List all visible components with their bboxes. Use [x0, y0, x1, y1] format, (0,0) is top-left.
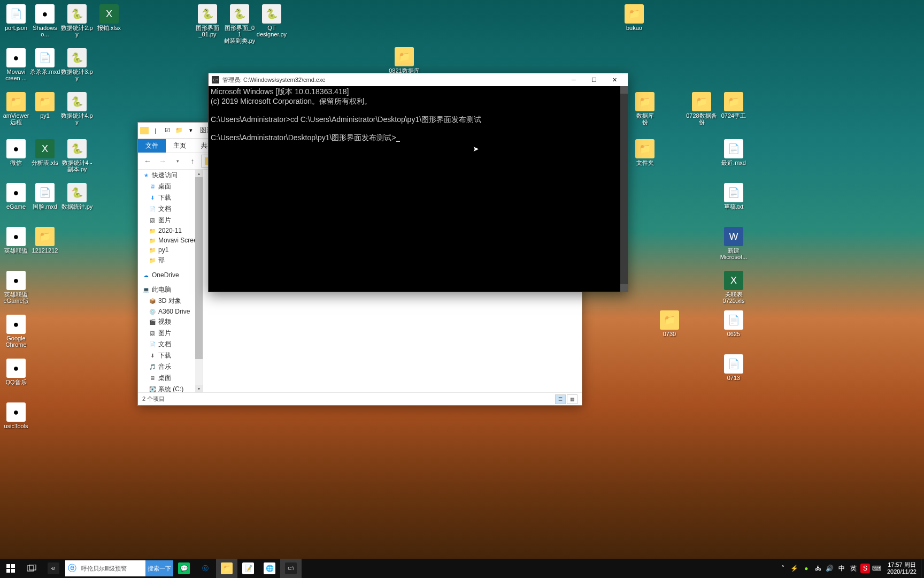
tray-ime-en[interactable]: 英 — [848, 559, 859, 578]
scroll-up-arrow[interactable]: ▴ — [195, 170, 203, 177]
taskbar-app-chrome[interactable]: 🌐 — [259, 559, 280, 578]
sidebar-item[interactable]: 💻此电脑 — [138, 284, 203, 295]
qat-dropdown[interactable]: ▾ — [186, 126, 196, 135]
desktop-icon[interactable]: 📁bukao — [618, 4, 650, 31]
desktop-icon[interactable]: 📄port.json — [0, 4, 32, 31]
scroll-down-arrow[interactable] — [620, 284, 628, 292]
sidebar-item[interactable]: 🎬视频 — [138, 316, 203, 328]
start-button[interactable] — [0, 559, 21, 578]
desktop-icon[interactable]: 📄国脸.mxd — [29, 183, 61, 210]
desktop-icon[interactable]: ●QQ音乐 — [0, 359, 32, 385]
tray-chevron[interactable]: ˄ — [777, 559, 789, 578]
sidebar-item[interactable]: ⬇下载📌 — [138, 192, 203, 203]
desktop-icon[interactable]: W新建Microsof... — [718, 227, 750, 260]
sidebar-item[interactable]: 📄文档 — [138, 339, 203, 350]
taskbar-app-steam[interactable]: ꩜ — [43, 559, 64, 578]
sidebar-item[interactable]: 🖼图片 — [138, 328, 203, 339]
nav-recent-dropdown[interactable]: ▾ — [171, 155, 184, 168]
desktop-icon[interactable]: 📁amViewer远程 — [0, 92, 32, 125]
maximize-button[interactable]: ☐ — [584, 73, 604, 86]
desktop-icon[interactable]: ●GoogleChrome — [0, 315, 32, 348]
nav-up[interactable]: ↑ — [186, 155, 199, 168]
desktop-icon[interactable]: 📁0724李工 — [718, 92, 750, 119]
scrollbar-thumb[interactable] — [195, 177, 203, 359]
nav-forward[interactable]: → — [156, 155, 169, 168]
desktop-icon[interactable]: 📄杀杀杀.mxd — [29, 48, 61, 75]
desktop-icon[interactable]: 🐍图形界面_01.py — [191, 4, 224, 37]
task-view-button[interactable] — [21, 559, 43, 578]
desktop-icon[interactable]: 🐍QTdesigner.py — [256, 4, 288, 37]
desktop-icon[interactable]: 📁py1 — [29, 92, 61, 119]
taskbar[interactable]: ꩜ ⓔ 呼伦贝尔Ⅲ级预警 搜索一下 💬 ⓔ 📁 📝 🌐 C:\ ˄ ⚡ ● 🖧 … — [0, 559, 924, 578]
sidebar-item[interactable]: 📦3D 对象 — [138, 295, 203, 307]
sidebar-item[interactable]: 💽系统 (C:) — [138, 384, 203, 392]
sidebar-item[interactable]: 📄文档📌 — [138, 203, 203, 215]
sidebar-item[interactable]: 📁部 — [138, 255, 203, 266]
cmd-titlebar[interactable]: C:\ 管理员: C:\Windows\system32\cmd.exe ─ ☐… — [209, 73, 628, 86]
cmd-window[interactable]: C:\ 管理员: C:\Windows\system32\cmd.exe ─ ☐… — [208, 73, 628, 292]
qat-props[interactable]: ☑ — [163, 126, 172, 135]
tray-network-icon[interactable]: 🖧 — [812, 559, 824, 578]
desktop-icon[interactable]: 📄0625 — [718, 310, 750, 337]
desktop-icon[interactable]: X分析表.xls — [29, 139, 61, 166]
taskbar-app-wechat[interactable]: 💬 — [173, 559, 195, 578]
desktop-icon[interactable]: 🐍图形界面_01封装到类.py — [224, 4, 256, 44]
minimize-button[interactable]: ─ — [564, 73, 584, 86]
desktop-icon[interactable]: 📁0728数据备份 — [686, 92, 718, 125]
tray-clock[interactable]: 17:57 周日 2020/11/22 — [883, 561, 921, 575]
desktop-icon[interactable]: 📁0821数据库 — [388, 47, 420, 74]
search-box[interactable]: ⓔ 呼伦贝尔Ⅲ级预警 — [65, 560, 145, 576]
sidebar-item[interactable]: 🖥桌面 — [138, 372, 203, 384]
scroll-down-arrow[interactable]: ▾ — [195, 385, 203, 392]
close-button[interactable]: ✕ — [604, 73, 625, 86]
show-desktop-button[interactable] — [921, 559, 924, 578]
taskbar-app-explorer[interactable]: 📁 — [216, 559, 237, 578]
tray-volume-icon[interactable]: 🔊 — [824, 559, 836, 578]
desktop-icon[interactable]: 📁0730 — [653, 310, 686, 337]
tab-file[interactable]: 文件 — [138, 139, 166, 153]
desktop-icon[interactable]: ●usicTools — [0, 402, 32, 429]
search-button[interactable]: 搜索一下 — [145, 560, 173, 576]
sidebar-item[interactable]: 🖥桌面📌 — [138, 181, 203, 192]
desktop-icon[interactable]: 🐍数据统计.py — [61, 183, 93, 210]
sidebar-item[interactable]: 🖼图片📌 — [138, 215, 203, 226]
sidebar-item[interactable]: 🎵音乐 — [138, 361, 203, 372]
tray-ime-zh[interactable]: 中 — [836, 559, 848, 578]
explorer-sidebar[interactable]: ★快速访问🖥桌面📌⬇下载📌📄文档📌🖼图片📌📁2020-11📁Movavi Scr… — [138, 170, 203, 392]
desktop-icon[interactable]: ●英雄联盟eGame版 — [0, 271, 32, 304]
desktop-icon[interactable]: 🐍数据统计2.py — [61, 4, 93, 37]
sidebar-scrollbar[interactable]: ▴ ▾ — [195, 170, 203, 392]
taskbar-app-cmd[interactable]: C:\ — [280, 559, 302, 578]
sidebar-item[interactable]: 💿A360 Drive — [138, 307, 203, 316]
scroll-up-arrow[interactable] — [620, 86, 628, 94]
tab-home[interactable]: 主页 — [166, 139, 194, 153]
desktop-icon[interactable]: X报销.xlsx — [93, 4, 125, 31]
view-details[interactable]: ☰ — [555, 394, 566, 404]
desktop-icon[interactable]: 📄最近.mxd — [718, 139, 750, 166]
view-icons[interactable]: ▦ — [567, 394, 578, 404]
sidebar-item[interactable]: ★快速访问 — [138, 170, 203, 181]
taskbar-app-notepad[interactable]: 📝 — [237, 559, 259, 578]
sidebar-item[interactable]: 📁py1 — [138, 245, 203, 255]
tray-keyboard-icon[interactable]: ⌨ — [871, 559, 883, 578]
nav-back[interactable]: ← — [141, 155, 154, 168]
sidebar-item[interactable]: 📁Movavi Screen — [138, 235, 203, 245]
tray-sogou-icon[interactable]: S — [860, 564, 870, 573]
tray-wifi-icon[interactable]: ⚡ — [789, 559, 800, 578]
taskbar-app-edge[interactable]: ⓔ — [195, 559, 216, 578]
sidebar-item[interactable]: ⬇下载 — [138, 350, 203, 361]
desktop-icon[interactable]: ●eGame — [0, 183, 32, 210]
desktop-icon[interactable]: 🐍数据统计4.py — [61, 92, 93, 125]
qat-new[interactable]: 📁 — [174, 126, 184, 135]
desktop-icon[interactable]: ●Shadowso... — [29, 4, 61, 37]
sidebar-item[interactable]: 📁2020-11 — [138, 226, 203, 235]
sidebar-item[interactable]: ☁OneDrive — [138, 270, 203, 280]
desktop-icon[interactable]: 📁数据库份 — [629, 92, 661, 125]
desktop-icon[interactable]: 📁12121212 — [29, 227, 61, 254]
desktop-icon[interactable]: ●微信 — [0, 139, 32, 166]
tray-app-icon[interactable]: ● — [800, 559, 812, 578]
desktop-icon[interactable]: 🐍数据统计4 -副本.py — [61, 139, 93, 172]
desktop-icon[interactable]: 📄草稿.txt — [718, 183, 750, 210]
desktop-icon[interactable]: X关联表0720.xls — [718, 271, 750, 304]
desktop-icon[interactable]: ●英雄联盟 — [0, 227, 32, 254]
